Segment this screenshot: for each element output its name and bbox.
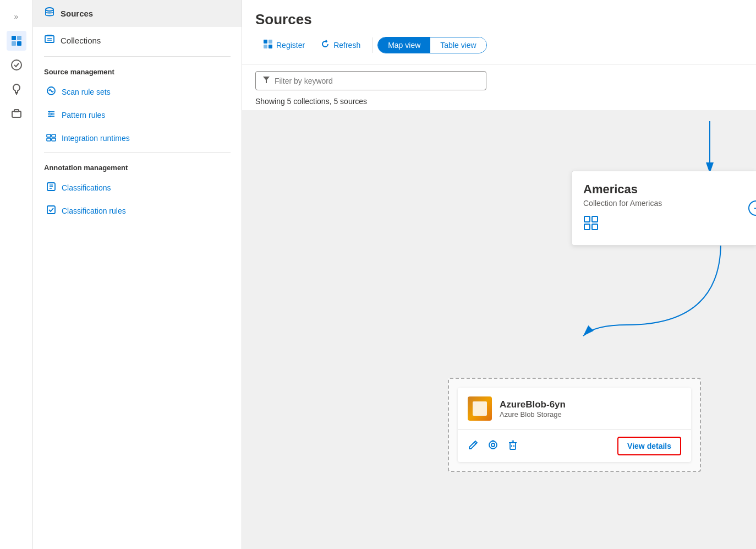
refresh-label: Refresh [333,41,360,50]
register-label: Register [276,41,305,50]
annotation-management-section: Annotation management [33,155,242,176]
svg-point-45 [491,443,495,447]
blob-storage-icon [468,396,492,421]
svg-rect-24 [52,138,56,141]
pattern-rules-label: Pattern rules [62,111,105,119]
svg-rect-41 [584,224,590,230]
svg-rect-35 [269,45,272,48]
sidebar-item-scan-rule-sets[interactable]: Scan rule sets [33,80,242,104]
azureblob-header: AzureBlob-6yn Azure Blob Storage [458,388,691,430]
svg-point-4 [12,60,21,70]
svg-rect-34 [264,45,267,48]
main-content: Sources Register [242,0,756,549]
filter-icon [262,76,270,85]
filter-input[interactable] [275,77,479,85]
svg-rect-10 [45,36,54,42]
map-canvas: Americas Collection for Americas − [242,110,756,549]
view-details-button[interactable]: View details [617,437,681,455]
azureblob-info: AzureBlob-6yn Azure Blob Storage [500,399,566,418]
azureblob-title: AzureBlob-6yn [500,399,566,410]
sidebar-item-pattern-rules[interactable]: Pattern rules [33,104,242,127]
sidebar-item-collections[interactable]: Collections [33,27,242,54]
map-view-button[interactable]: Map view [378,37,430,53]
edit-icon[interactable] [468,439,479,453]
collections-icon [44,34,55,47]
svg-rect-32 [264,40,267,44]
register-icon [263,39,273,51]
collapse-button[interactable]: − [748,200,756,216]
pattern-rules-icon [46,109,56,121]
scan-rule-sets-icon [46,86,56,98]
svg-line-43 [474,442,476,444]
filter-wrapper[interactable] [255,71,486,90]
svg-point-19 [51,113,53,115]
page-title: Sources [255,11,743,28]
svg-point-18 [49,111,51,113]
integration-runtimes-label: Integration runtimes [62,134,130,143]
scan-icon[interactable] [487,439,498,453]
svg-rect-47 [510,443,516,449]
source-management-section: Source management [33,59,242,80]
azureblob-card-wrapper: AzureBlob-6yn Azure Blob Storage [448,378,701,472]
azureblob-actions: View details [458,430,691,462]
rail-data-catalog-icon[interactable] [7,31,26,51]
svg-rect-0 [12,36,16,40]
svg-point-20 [50,116,51,117]
svg-rect-22 [52,134,56,137]
sidebar-item-classifications[interactable]: Classifications [33,176,242,199]
table-view-button[interactable]: Table view [430,37,486,53]
rail-workflow-icon[interactable] [7,55,26,75]
sources-label: Sources [61,9,93,18]
chevron-expand-icon[interactable]: » [7,7,26,26]
sidebar-item-classification-rules[interactable]: Classification rules [33,199,242,222]
svg-rect-11 [47,35,52,36]
rail-insights-icon[interactable] [7,79,26,99]
svg-point-9 [46,8,53,11]
sidebar-item-sources[interactable]: Sources [33,0,242,27]
delete-icon[interactable] [507,439,518,453]
azureblob-subtitle: Azure Blob Storage [500,410,566,418]
refresh-button[interactable]: Refresh [313,35,368,55]
svg-rect-2 [12,41,16,46]
svg-point-44 [489,441,497,449]
main-header: Sources Register [242,0,756,64]
svg-rect-31 [47,206,55,214]
classification-rules-label: Classification rules [62,206,126,215]
svg-rect-1 [17,36,21,40]
svg-rect-40 [592,216,598,222]
azureblob-card: AzureBlob-6yn Azure Blob Storage [458,388,691,462]
collections-label: Collections [61,36,101,45]
register-button[interactable]: Register [255,35,313,55]
sidebar: Sources Collections Source management Sc… [33,0,242,549]
sources-icon [44,7,55,20]
svg-rect-3 [17,41,21,46]
svg-rect-39 [584,216,590,222]
americas-card: Americas Collection for Americas − [572,171,756,246]
classification-rules-icon [46,205,56,217]
integration-runtimes-icon [46,132,56,144]
toolbar: Register Refresh Map view Table view [255,35,743,55]
refresh-icon [320,39,330,51]
scan-rule-sets-label: Scan rule sets [62,88,111,96]
toolbar-separator [372,37,373,53]
svg-rect-33 [269,40,272,44]
classifications-icon [46,182,56,194]
classifications-label: Classifications [62,183,111,192]
svg-rect-21 [47,134,51,137]
svg-marker-36 [263,77,270,83]
americas-grid-icon[interactable] [583,219,599,233]
americas-card-title: Americas [583,182,745,197]
svg-rect-42 [592,224,598,230]
showing-text: Showing 5 collections, 5 sources [242,95,756,110]
filter-bar [242,64,756,95]
sidebar-item-integration-runtimes[interactable]: Integration runtimes [33,127,242,150]
azureblob-dashed-border: AzureBlob-6yn Azure Blob Storage [448,378,701,472]
americas-card-subtitle: Collection for Americas [583,199,745,208]
svg-rect-23 [47,138,51,141]
view-toggle: Map view Table view [377,37,487,53]
icon-rail: » [0,0,33,549]
rail-tools-icon[interactable] [7,104,26,123]
